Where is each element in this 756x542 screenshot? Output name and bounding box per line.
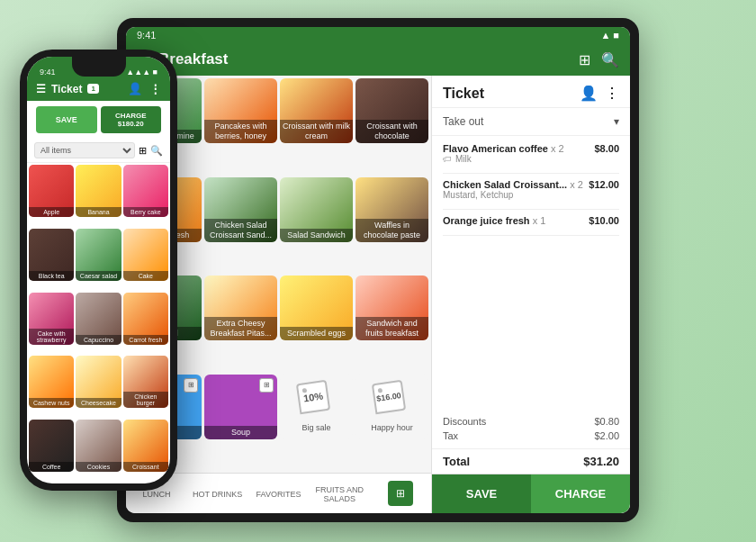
phone-item-caesar[interactable]: Caesar salad [76,229,121,281]
phone-item-cappuccino[interactable]: Capuccino [76,293,121,345]
tablet-charge-button[interactable]: CHARGE [531,474,630,513]
phone-item-cheesecake-label: Cheesecake [76,398,121,408]
ticket-item-juice-name: Orange juice fresh x 1 [443,215,589,226]
phone-item-apple-label: Apple [29,207,74,217]
barcode-icon[interactable]: ⊞ [579,51,590,68]
divider-2 [443,209,619,210]
menu-item-croissantmc[interactable]: Croissant with milk cream [280,78,353,143]
phone-item-croissant[interactable]: Croissant [123,420,168,472]
tablet-header: ☰ Breakfast ⊞ 🔍 [126,43,630,76]
phone-hamburger-icon[interactable]: ☰ [36,83,46,95]
bigsale-label: Big sale [302,423,330,432]
phone-more-icon[interactable]: ⋮ [149,82,161,95]
phone-filter-row: All items ⊞ 🔍 [27,139,170,163]
nav-fruits-salads[interactable]: FRUITS AND SALADS [309,483,370,505]
ticket-type-chevron[interactable]: ▾ [614,115,619,128]
divider-1 [443,173,619,174]
tablet-time: 9:41 [137,30,156,41]
phone-charge-button[interactable]: CHARGE $180.20 [101,106,162,133]
nav-favorites[interactable]: FAVORITES [248,488,310,501]
tablet-body: tea with jasmine Pancakes with berries, … [126,76,630,513]
menu-item-extracheesy-label: Extra Cheesy Breakfast Pitas... [204,317,277,340]
ticket-item-juice-price: $10.00 [589,215,619,226]
phone-item-cookies[interactable]: Cookies [76,420,121,472]
phone-item-grid: Apple Banana Berry cake Black tea Caesar… [27,163,170,483]
ticket-item-coffee: Flavo American coffee x 2 $8.00 🏷 Milk [443,143,619,164]
phone-item-coffee[interactable]: Coffee [29,420,74,472]
phone-screen: 9:41 ▲▲▲ ■ ☰ Ticket 1 👤 ⋮ SAVE CHARGE $1… [27,57,170,483]
total-row: Total $31.20 [432,448,630,474]
phone-barcode-icon[interactable]: ⊞ [139,145,147,157]
ticket-item-coffee-price: $8.00 [594,143,619,154]
more-options-icon[interactable]: ⋮ [605,85,619,102]
phone: 9:41 ▲▲▲ ■ ☰ Ticket 1 👤 ⋮ SAVE CHARGE $1… [20,50,177,491]
phone-item-chicken[interactable]: Chicken burger [123,356,168,408]
menu-item-soup-label: Soup [204,426,277,439]
phone-item-cheesecake[interactable]: Cheesecake [76,356,121,408]
menu-item-scrambled[interactable]: Scrambled eggs [280,276,353,340]
tablet: 9:41 ▲ ■ ☰ Breakfast ⊞ 🔍 tea with jasmin… [117,18,639,522]
phone-item-cake[interactable]: Cake [123,229,168,281]
phone-item-cashew[interactable]: Cashew nuts [29,356,74,408]
phone-item-apple[interactable]: Apple [29,165,74,217]
search-icon[interactable]: 🔍 [601,51,619,68]
phone-item-cookies-label: Cookies [76,462,121,472]
ticket-actions: SAVE CHARGE [432,474,630,513]
phone-item-blacktea[interactable]: Black tea [29,229,74,281]
phone-item-carrot-label: Carrot fresh [123,335,168,345]
menu-item-pancake[interactable]: Pancakes with berries, honey [204,78,277,143]
tablet-save-button[interactable]: SAVE [432,474,531,513]
menu-item-bigsale[interactable]: 10% Big sale [280,375,353,439]
phone-item-cakestraw-label: Cake with strawberry [29,329,74,345]
happyhour-label: Happy hour [371,423,413,432]
tablet-status-bar: 9:41 ▲ ■ [126,27,630,43]
divider-3 [443,235,619,236]
menu-item-soup[interactable]: ⊞ Soup [204,375,277,439]
phone-item-chicken-label: Chicken burger [123,392,168,408]
menu-item-happyhour[interactable]: $16.00 Happy hour [356,375,428,439]
phone-ticket-badge: 1 [87,84,98,94]
ticket-item-coffee-row: Flavo American coffee x 2 $8.00 [443,143,619,154]
ticket-item-croissant-price: $12.00 [589,179,619,190]
phone-item-berry[interactable]: Berry cake [123,165,168,217]
nav-hot-drinks[interactable]: HOT DRINKS [187,488,248,501]
phone-person-icon[interactable]: 👤 [128,82,142,95]
add-person-icon[interactable]: 👤 [580,85,598,102]
menu-item-saladsand-label: Salad Sandwich [280,229,353,242]
phone-item-cakestraw[interactable]: Cake with strawberry [29,293,74,345]
phone-search-icon[interactable]: 🔍 [150,145,163,157]
phone-item-berry-label: Berry cake [123,207,168,217]
nav-grid[interactable]: ⊞ [370,479,431,510]
phone-save-button[interactable]: SAVE [36,106,97,133]
tablet-header-actions: ⊞ 🔍 [579,51,619,68]
phone-action-bar: SAVE CHARGE $180.20 [27,101,170,139]
ticket-item-croissant-sub: Mustard, Ketchup [443,190,619,200]
ticket-item-juice: Orange juice fresh x 1 $10.00 [443,215,619,226]
phone-filter-select[interactable]: All items [34,142,135,158]
phone-item-cake-label: Cake [123,271,168,281]
phone-status-icons: ▲▲▲ ■ [126,68,158,77]
ticket-title: Ticket [443,86,484,102]
phone-notch [72,57,126,77]
menu-item-extracheesy[interactable]: Extra Cheesy Breakfast Pitas... [204,276,277,340]
ticket-items-list: Flavo American coffee x 2 $8.00 🏷 Milk [432,136,630,416]
menu-item-sandfruits-label: Sandwich and fruits breakfast [356,317,428,340]
menu-item-croissantch-label: Croissant with chocolate [356,120,428,143]
menu-item-saladsand[interactable]: Salad Sandwich [280,177,353,242]
tablet-screen: 9:41 ▲ ■ ☰ Breakfast ⊞ 🔍 tea with jasmin… [126,27,630,513]
bottom-nav: LUNCH HOT DRINKS FAVORITES FRUITS AND SA… [126,473,431,513]
phone-item-banana[interactable]: Banana [76,165,121,217]
tablet-battery-icons: ▲ ■ [600,30,619,41]
ticket-item-coffee-name: Flavo American coffee x 2 [443,143,594,154]
menu-item-chickensalad[interactable]: Chicken Salad Croissant Sand... [204,177,277,242]
phone-title: Ticket [51,83,82,95]
menu-item-waffles[interactable]: Waffles in chocolate paste [356,177,428,242]
menu-item-croissantch[interactable]: Croissant with chocolate [356,78,428,143]
phone-item-carrot[interactable]: Carrot fresh [123,293,168,345]
phone-time: 9:41 [40,68,56,77]
phone-charge-label: CHARGE [104,112,158,120]
ticket-item-coffee-sub: 🏷 Milk [443,154,619,164]
ticket-type: Take out [443,115,483,128]
menu-item-sandfruits[interactable]: Sandwich and fruits breakfast [356,276,428,340]
phone-item-blacktea-label: Black tea [29,271,74,281]
